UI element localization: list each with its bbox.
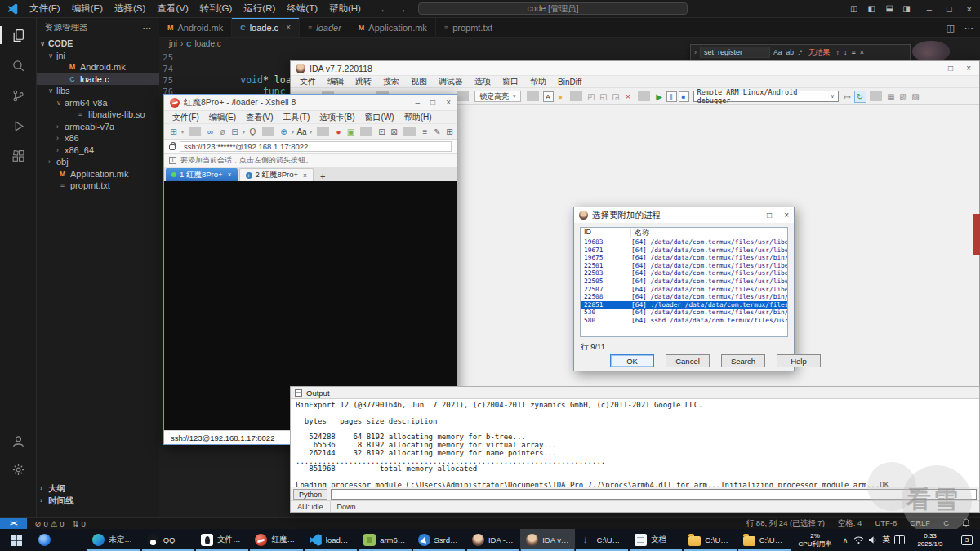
tree-item[interactable]: ≡ propmt.txt: [37, 180, 159, 192]
tree-item[interactable]: ∨ jni: [37, 50, 159, 62]
session-tab-active[interactable]: 1 红魔8Pro+ ×: [166, 168, 238, 181]
dialog-button[interactable]: Search: [721, 354, 765, 367]
menu-item[interactable]: 选项: [469, 76, 497, 87]
toolbar-icon[interactable]: ▾: [180, 125, 185, 139]
menu-item[interactable]: BinDiff: [552, 78, 587, 87]
toolbar-icon[interactable]: ∞: [204, 125, 216, 139]
toolbar-icon[interactable]: ⊞: [443, 125, 456, 139]
output-titlebar[interactable]: Output: [291, 387, 979, 399]
session-tab[interactable]: i 2 红魔8Pro+ ×: [239, 168, 314, 181]
toolbar-icon[interactable]: ◲: [610, 90, 622, 104]
taskbar-item[interactable]: IDA - libte...: [466, 529, 520, 551]
minimize-icon[interactable]: –: [416, 98, 421, 107]
start-button[interactable]: [0, 529, 33, 551]
menu-item[interactable]: 查看(V): [241, 112, 278, 123]
toolbar-icon[interactable]: [870, 91, 882, 101]
toolbar-icon[interactable]: ⊟: [229, 125, 241, 139]
menu-item[interactable]: 视图: [405, 76, 433, 87]
menu-item[interactable]: 终端(T): [281, 2, 323, 15]
toolbar-icon[interactable]: [189, 127, 201, 136]
close-icon[interactable]: ×: [967, 4, 972, 14]
close-icon[interactable]: ×: [446, 98, 451, 107]
process-row[interactable]: 19671 [64] /data/data/com.termux/files/u…: [581, 247, 787, 255]
more-actions-icon[interactable]: ⋯: [143, 23, 152, 33]
menu-item[interactable]: 文件(F): [167, 112, 204, 123]
minimize-icon[interactable]: –: [751, 211, 755, 220]
taskbar-item[interactable]: C:\Users\...: [575, 529, 629, 551]
toolbar-icon[interactable]: ◰: [586, 90, 598, 104]
menu-item[interactable]: 窗口: [497, 76, 524, 87]
dialog-button[interactable]: Help: [777, 354, 821, 367]
sidebar-section[interactable]: › 大纲: [37, 482, 159, 495]
toolbar-icon[interactable]: [570, 91, 582, 101]
explorer-icon[interactable]: [8, 25, 28, 45]
find-action-icon[interactable]: ↓: [844, 48, 848, 56]
remote-indicator[interactable]: ><: [0, 518, 27, 529]
notification-center[interactable]: 3: [954, 535, 980, 545]
statusbar-item[interactable]: UTF-8: [875, 518, 897, 529]
menu-item[interactable]: 查看(V): [151, 2, 194, 15]
editor-tab[interactable]: M Application.mk: [350, 18, 436, 37]
find-option-icon[interactable]: ab: [786, 48, 793, 56]
menu-item[interactable]: 转到(G): [194, 2, 238, 15]
menu-item[interactable]: 工具(T): [278, 112, 314, 123]
settings-gear-icon[interactable]: [8, 460, 28, 479]
editor-tab[interactable]: C loade.c ×: [232, 18, 300, 37]
toolbar-icon[interactable]: [360, 127, 372, 136]
menu-item[interactable]: 文件: [294, 76, 322, 87]
list-header[interactable]: ID 名称: [581, 228, 787, 238]
taskbar-item[interactable]: QQ: [141, 529, 195, 551]
toolbar-icon[interactable]: ↦: [842, 90, 854, 104]
taskbar-item[interactable]: C:\Users\...: [683, 529, 737, 551]
taskbar-item[interactable]: C:\Users\...: [737, 529, 791, 551]
cpu-usage[interactable]: 2% CPU利用率: [791, 532, 839, 548]
toolbar-icon[interactable]: [262, 127, 274, 136]
process-row[interactable]: 22505 [64] /data/data/com.termux/files/u…: [581, 278, 787, 286]
layout-toggle-icon[interactable]: ◨: [902, 4, 910, 13]
tree-item[interactable]: ∨ CODE: [37, 38, 159, 50]
tab-close-icon[interactable]: ×: [286, 23, 291, 32]
account-icon[interactable]: [8, 431, 28, 451]
find-action-icon[interactable]: ≡: [852, 48, 856, 56]
toolbar-icon[interactable]: [317, 127, 329, 136]
taskbar-item[interactable]: IDA v7.7.2...: [520, 529, 574, 551]
dialog-button[interactable]: Cancel: [666, 354, 710, 367]
toolbar-icon[interactable]: [403, 127, 416, 136]
tab-close-icon[interactable]: ×: [303, 171, 307, 180]
process-row[interactable]: 22508 [64] /data/data/com.termux/files/u…: [581, 293, 787, 301]
dialog-button[interactable]: OK: [610, 354, 654, 367]
toolbar-icon[interactable]: ▾: [290, 125, 296, 139]
layout-toggle-icon[interactable]: ◧: [884, 5, 893, 12]
taskbar-item[interactable]: arm64-v8...: [358, 529, 412, 551]
tree-item[interactable]: › x86_64: [37, 144, 159, 157]
lock-highlight-dropdown[interactable]: 锁定高亮 ▾: [474, 91, 521, 102]
toolbar-icon[interactable]: ■: [679, 91, 689, 102]
clock[interactable]: 0:33 2025/1/3: [906, 532, 954, 548]
menu-item[interactable]: 调试器: [433, 76, 469, 87]
command-center-search[interactable]: code [管理员]: [418, 2, 688, 15]
toggle-replace-icon[interactable]: ›: [694, 48, 697, 56]
process-row[interactable]: 22507 [64] /data/data/com.termux/files/u…: [581, 286, 787, 294]
menu-item[interactable]: 帮助: [524, 76, 552, 87]
tray-expand-icon[interactable]: ∧: [839, 536, 852, 544]
extensions-icon[interactable]: [8, 146, 28, 166]
forward-icon[interactable]: →: [397, 4, 407, 14]
source-control-icon[interactable]: [8, 86, 28, 105]
toolbar-icon[interactable]: ▨: [910, 90, 922, 104]
toolbar-icon[interactable]: ▣: [345, 125, 357, 139]
find-action-icon[interactable]: ↑: [836, 48, 840, 56]
editor-tab[interactable]: ≡ propmt.txt: [436, 18, 501, 37]
toolbar-icon[interactable]: ↻: [854, 91, 866, 103]
ime-language-indicator[interactable]: 英: [880, 535, 893, 545]
find-action-icon[interactable]: ×: [860, 48, 864, 56]
taskbar-item[interactable]: Ssrdog Net: [412, 529, 466, 551]
problems-indicator[interactable]: ⊘ 0 ⚠ 0: [35, 519, 65, 528]
process-row[interactable]: 22501 [64] /data/data/com.termux/files/u…: [581, 262, 787, 270]
sidebar-section[interactable]: › 时间线: [37, 495, 159, 507]
find-input[interactable]: set_register: [700, 47, 770, 58]
menu-item[interactable]: 编辑: [322, 76, 350, 87]
toolbar-icon[interactable]: ⊞: [167, 125, 180, 139]
toolbar-icon[interactable]: ▧: [898, 90, 910, 104]
output-log[interactable]: BinExport 12 (@377901646, Jun 7 2021), (…: [291, 399, 979, 487]
tree-item[interactable]: › obj: [37, 156, 159, 168]
